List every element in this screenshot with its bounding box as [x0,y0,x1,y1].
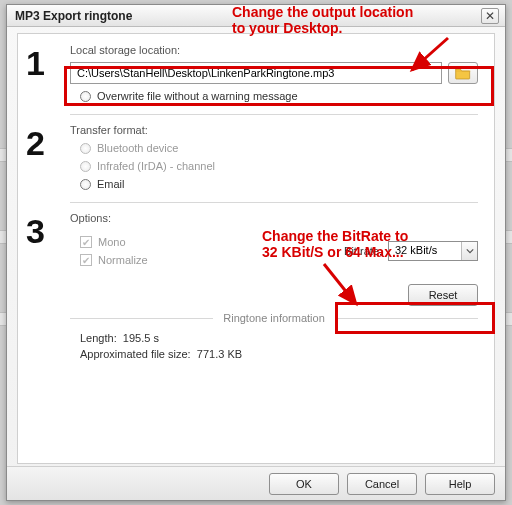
size-label: Approximated file size: [80,348,191,360]
step-number-1: 1 [26,44,45,83]
close-button[interactable]: ✕ [481,8,499,24]
ringtone-info-title: Ringtone information [213,312,335,324]
checkbox-icon: ✔ [80,236,92,248]
dialog-footer: OK Cancel Help [7,466,505,500]
email-label: Email [97,178,125,190]
bitrate-label: Bit rate: [344,245,382,257]
section-transfer: 2 Transfer format: Bluetooth device Infr… [18,114,494,202]
options-label: Options: [70,212,478,224]
bitrate-select[interactable]: 32 kBit/s [388,241,478,261]
dialog-title: MP3 Export ringtone [15,9,481,23]
chevron-down-icon [461,242,477,260]
transfer-label: Transfer format: [70,124,478,136]
ringtone-info: Length: 195.5 s Approximated file size: … [18,328,494,370]
cancel-button[interactable]: Cancel [347,473,417,495]
dialog-content: 1 Local storage location: Overwrite file… [17,33,495,464]
radio-icon [80,179,91,190]
infrared-option: Infrafed (IrDA) - channel [80,160,478,172]
reset-button[interactable]: Reset [408,284,478,306]
length-label: Length: [80,332,117,344]
titlebar[interactable]: MP3 Export ringtone ✕ [7,5,505,27]
overwrite-label: Overwrite file without a warning message [97,90,298,102]
bluetooth-label: Bluetooth device [97,142,178,154]
length-value: 195.5 s [123,332,159,344]
mono-option: ✔ Mono [80,236,344,248]
step-number-2: 2 [26,124,45,163]
export-ringtone-dialog: MP3 Export ringtone ✕ 1 Local storage lo… [6,4,506,501]
ringtone-info-header: Ringtone information [18,306,494,328]
bitrate-row: Bit rate: 32 kBit/s [344,234,478,268]
normalize-option: ✔ Normalize [80,254,344,266]
overwrite-option[interactable]: Overwrite file without a warning message [80,90,478,102]
section-storage: 1 Local storage location: Overwrite file… [18,34,494,114]
radio-icon [80,161,91,172]
normalize-label: Normalize [98,254,148,266]
path-input[interactable] [70,62,442,84]
infrared-label: Infrafed (IrDA) - channel [97,160,215,172]
folder-icon [455,66,471,80]
email-option[interactable]: Email [80,178,478,190]
storage-label: Local storage location: [70,44,478,56]
step-number-3: 3 [26,212,45,251]
radio-icon [80,91,91,102]
size-value: 771.3 KB [197,348,242,360]
section-options: 3 Options: ✔ Mono ✔ Normalize Bit rate: [18,202,494,278]
browse-button[interactable] [448,62,478,84]
bluetooth-option: Bluetooth device [80,142,478,154]
help-button[interactable]: Help [425,473,495,495]
bitrate-value: 32 kBit/s [389,242,461,260]
ok-button[interactable]: OK [269,473,339,495]
radio-icon [80,143,91,154]
close-icon: ✕ [485,9,495,23]
checkbox-icon: ✔ [80,254,92,266]
mono-label: Mono [98,236,126,248]
